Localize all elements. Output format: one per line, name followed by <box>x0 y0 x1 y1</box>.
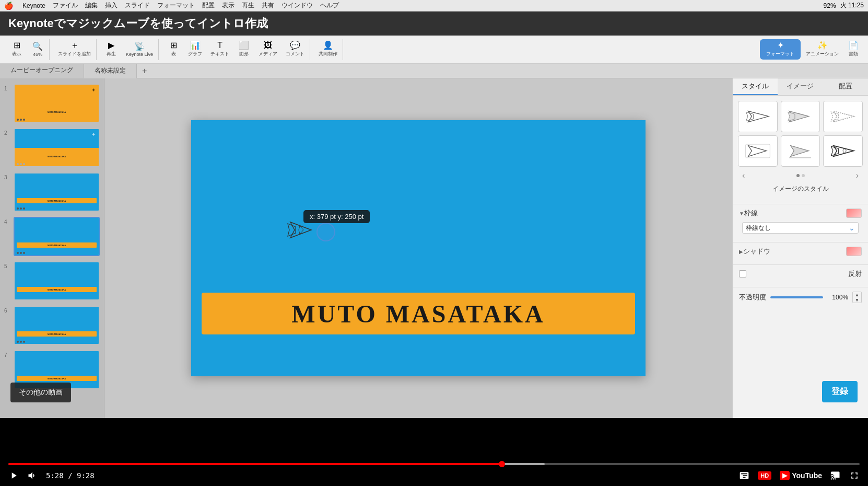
slide-title-text: MUTO MASATAKA <box>291 299 545 328</box>
reflection-row: 反射 <box>739 269 862 279</box>
cast-button[interactable] <box>830 470 841 481</box>
slide-4[interactable]: MUTO MASATAKA <box>14 217 100 256</box>
opacity-stepper[interactable]: ▲ ▼ <box>852 292 862 303</box>
image-style-6[interactable] <box>823 135 863 167</box>
subscribe-button[interactable]: 登録 <box>822 381 858 402</box>
tab-arrange[interactable]: 配置 <box>823 78 868 95</box>
slide-thumb-2[interactable]: 2 MUTO MASATAKA ✈ <box>0 127 104 168</box>
tab-bar: ムービーオープニング 名称未設定 + <box>0 64 868 78</box>
animate-panel-button[interactable]: ✨ アニメーション <box>803 39 842 60</box>
apple-menu[interactable]: 🍎 <box>4 2 13 10</box>
menu-play[interactable]: 再生 <box>242 1 254 10</box>
progress-track[interactable] <box>8 463 860 465</box>
right-panel: スタイル イメージ 配置 <box>732 78 868 418</box>
controls-row: 5:28 / 9:28 HD ▶ <box>0 470 868 481</box>
style-prev-button[interactable]: ‹ <box>738 171 749 180</box>
cursor-indicator <box>316 223 335 241</box>
tab-add-button[interactable]: + <box>137 66 152 76</box>
play-pause-button[interactable] <box>8 470 19 481</box>
reflection-checkbox[interactable] <box>739 270 746 277</box>
fullscreen-button[interactable] <box>849 470 860 481</box>
right-controls: HD ▶ YouTube <box>739 470 860 481</box>
opacity-decrement-button[interactable]: ▼ <box>853 297 861 303</box>
collab-button[interactable]: 👤 共同制作 <box>315 40 341 59</box>
play-button[interactable]: ▶ 再生 <box>102 40 121 59</box>
border-expand-icon[interactable]: ▼ <box>739 211 744 216</box>
tab-movie-opening[interactable]: ムービーオープニング <box>0 64 84 78</box>
media-button[interactable]: 🖼 メディア <box>255 40 280 59</box>
add-slide-button[interactable]: ＋ スライドを追加 <box>55 40 94 59</box>
tab-image[interactable]: イメージ <box>778 78 823 95</box>
slide-thumb-3[interactable]: 3 MUTO MASATAKA <box>0 171 104 213</box>
tab-unnamed[interactable]: 名称未設定 <box>84 64 137 78</box>
keynote-live-button[interactable]: 📡 Keynote Live <box>123 41 156 59</box>
menu-window[interactable]: ウインドウ <box>281 1 313 10</box>
menu-arrange[interactable]: 配置 <box>202 1 215 10</box>
toolbar-insert-group: ⊞ 表 📊 グラフ T テキスト ⬜ 図形 🖼 メディア <box>162 39 310 60</box>
position-tooltip: x: 379 pt y: 250 pt <box>303 210 370 223</box>
menu-view[interactable]: 表示 <box>222 1 234 10</box>
tab-style[interactable]: スタイル <box>733 78 778 95</box>
other-videos-button[interactable]: その他の動画 <box>10 383 71 402</box>
hd-badge[interactable]: HD <box>758 471 771 480</box>
image-styles-grid <box>738 101 863 167</box>
slide-2[interactable]: MUTO MASATAKA ✈ <box>14 128 100 167</box>
image-styles-section: ‹ › イメージのスタイル <box>733 96 868 204</box>
subtitles-button[interactable] <box>739 470 749 481</box>
progress-thumb[interactable] <box>499 461 505 467</box>
style-next-button[interactable]: › <box>852 171 863 180</box>
menu-help[interactable]: ヘルプ <box>320 1 339 10</box>
slide-3[interactable]: MUTO MASATAKA <box>14 172 100 212</box>
style-nav: ‹ › <box>738 171 863 180</box>
chart-button[interactable]: 📊 グラフ <box>185 40 205 59</box>
slide-title-bar[interactable]: MUTO MASATAKA <box>202 293 635 334</box>
menu-keynote[interactable]: Keynote <box>22 2 45 9</box>
table-button[interactable]: ⊞ 表 <box>164 40 183 59</box>
slide-thumb-5[interactable]: 5 MUTO MASATAKA <box>0 260 104 302</box>
shadow-label: シャドウ <box>743 247 770 256</box>
slide-canvas: x: 379 pt y: 250 pt MUTO MASATAKA <box>191 120 646 376</box>
video-title-bar: Keynoteでマジックムーブを使ってイントロ作成 <box>0 11 868 36</box>
image-style-4[interactable] <box>738 135 778 167</box>
shadow-color-swatch[interactable] <box>846 247 862 256</box>
image-style-2[interactable] <box>781 101 820 132</box>
text-button[interactable]: T テキスト <box>207 40 232 59</box>
view-button[interactable]: ⊞ 表示 <box>7 40 26 59</box>
menu-insert[interactable]: 挿入 <box>105 1 118 10</box>
border-color-swatch[interactable] <box>846 209 862 218</box>
volume-button[interactable] <box>27 470 38 481</box>
shape-button[interactable]: ⬜ 図形 <box>234 40 253 59</box>
slide-6[interactable]: MUTO MASATAKA <box>14 306 100 345</box>
slide-thumb-4[interactable]: 4 MUTO MASATAKA <box>0 216 104 257</box>
progress-bar[interactable] <box>0 463 868 465</box>
reflection-section: 反射 <box>733 264 868 287</box>
slide-5[interactable]: MUTO MASATAKA <box>14 261 100 300</box>
border-style-dropdown[interactable]: 枠線なし ⌄ <box>742 222 859 234</box>
zoom-button[interactable]: 🔍 46% <box>28 41 47 59</box>
image-style-1[interactable] <box>738 101 778 132</box>
menu-file[interactable]: ファイル <box>53 1 78 10</box>
border-dropdown-row: 枠線なし ⌄ <box>739 222 862 234</box>
slide-thumb-6[interactable]: 6 MUTO MASATAKA <box>0 305 104 346</box>
right-panel-tabs: スタイル イメージ 配置 <box>733 78 868 96</box>
document-panel-button[interactable]: 📄 書類 <box>844 39 863 60</box>
menu-slide[interactable]: スライド <box>125 1 150 10</box>
video-container: 🍎 Keynote ファイル 編集 挿入 スライド フォーマット 配置 表示 再… <box>0 0 868 486</box>
border-section: ▼ 枠線 枠線なし ⌄ <box>733 204 868 242</box>
menu-format[interactable]: フォーマット <box>157 1 195 10</box>
comment-button[interactable]: 💬 コメント <box>283 40 308 59</box>
format-panel-button[interactable]: ✦ フォーマット <box>760 39 801 60</box>
image-style-3[interactable] <box>823 101 863 132</box>
slide-thumb-1[interactable]: 1 ✈ MUTO MASATAKA <box>0 83 104 124</box>
shadow-expand-icon[interactable]: ▶ <box>739 249 743 254</box>
menu-edit[interactable]: 編集 <box>85 1 98 10</box>
toolbar-play-group: ▶ 再生 📡 Keynote Live <box>100 39 159 60</box>
opacity-increment-button[interactable]: ▲ <box>853 292 861 297</box>
style-dot-2 <box>802 174 805 177</box>
menu-share[interactable]: 共有 <box>262 1 274 10</box>
battery-level: 92% <box>824 2 836 9</box>
image-style-5[interactable] <box>781 135 820 167</box>
opacity-slider[interactable] <box>770 296 823 298</box>
slide-1[interactable]: ✈ MUTO MASATAKA <box>14 84 100 123</box>
slide-panel: 1 ✈ MUTO MASATAKA <box>0 78 104 418</box>
